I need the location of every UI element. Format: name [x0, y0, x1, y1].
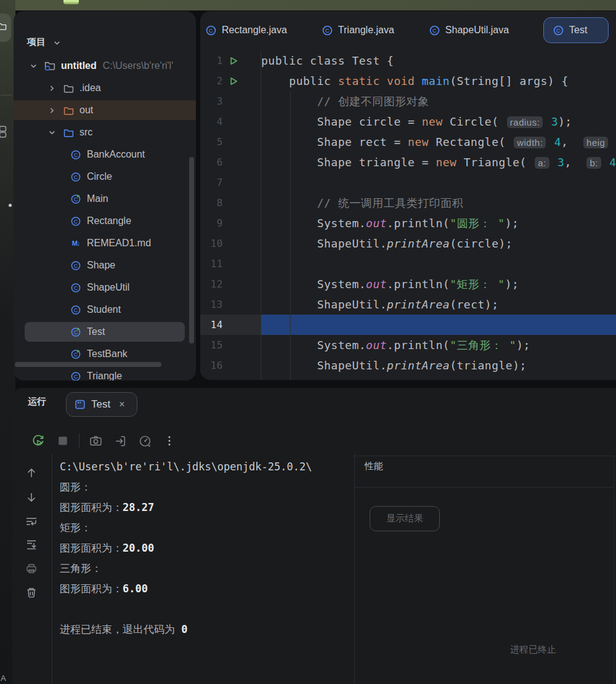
run-toolbar	[26, 430, 182, 452]
tree-item-bankaccount[interactable]: CBankAccount	[14, 143, 196, 166]
app-logo-icon	[63, 0, 79, 4]
code-line-6[interactable]: 6 Shape triangle = new Triangle( a: 3, b…	[200, 152, 616, 172]
gauge-icon[interactable]	[132, 435, 157, 448]
svg-text:C: C	[74, 151, 78, 158]
class-icon: C	[70, 149, 81, 160]
tree-item-label: .idea	[79, 82, 101, 94]
editor-tab-triangle-java[interactable]: CTriangle.java	[322, 25, 394, 36]
code-line-14[interactable]: 14	[200, 315, 616, 335]
code-line-16[interactable]: 16 ShapeUtil.printArea(triangle);	[200, 355, 616, 376]
code-line-3[interactable]: 3 // 创建不同图形对象	[200, 91, 616, 111]
tree-item-label: Shape	[87, 260, 115, 271]
chevron-down-icon[interactable]	[53, 38, 61, 49]
class-icon: C	[553, 25, 564, 36]
notification-dot	[9, 204, 12, 207]
console-splitter[interactable]	[354, 454, 355, 684]
code-line-5[interactable]: 5 Shape rect = new Rectangle( width: 4, …	[200, 132, 616, 152]
project-toolwindow-button[interactable]	[0, 14, 11, 42]
tree-item-circle[interactable]: CCircle	[14, 166, 196, 188]
perf-panel-border	[355, 456, 614, 456]
console-line: 矩形：	[60, 518, 354, 538]
chevron-right-icon[interactable]	[46, 82, 57, 94]
chevron-down-icon[interactable]	[28, 60, 39, 71]
console-output[interactable]: C:\Users\b're'ri'l\.jdks\openjdk-25.0.2\…	[60, 457, 354, 684]
camera-icon[interactable]	[83, 435, 108, 448]
scrollend-icon[interactable]	[25, 538, 38, 552]
svg-text:C: C	[74, 218, 78, 224]
code-line-12[interactable]: 12 System.out.println("矩形： ");	[200, 274, 616, 294]
structure-toolwindow-button[interactable]	[0, 125, 9, 141]
tree-item-student[interactable]: CStudent	[14, 299, 196, 321]
tree-item-main[interactable]: CMain	[14, 188, 196, 210]
vertical-scrollbar[interactable]	[189, 157, 194, 344]
up-icon[interactable]	[25, 467, 38, 479]
run-panel: 运行 Test × C:\Users\b're'ri'l\.jdks\openj…	[12, 388, 616, 684]
tree-item-test[interactable]: CTest	[14, 321, 196, 343]
code-line-2[interactable]: 2 public static void main(String[] args)…	[200, 71, 616, 91]
console-line	[60, 599, 354, 619]
class-run-icon: C	[70, 348, 81, 360]
class-run-icon: C	[70, 193, 81, 204]
tree-item-untitled[interactable]: untitledC:\Users\b're'ri'l'	[14, 55, 196, 77]
kebab-icon[interactable]	[157, 435, 182, 447]
code-line-15[interactable]: 15 System.out.println("三角形： ");	[200, 335, 616, 355]
softwrap-icon[interactable]	[25, 515, 38, 528]
tree-item-src[interactable]: src	[14, 121, 196, 143]
show-results-button[interactable]: 显示结果	[370, 506, 440, 531]
chevron-down-icon[interactable]	[46, 127, 57, 138]
rerun-icon[interactable]	[26, 434, 51, 448]
trash-icon[interactable]	[25, 586, 38, 599]
tree-item-shape[interactable]: CShape	[14, 254, 196, 276]
tree-item-shapeutil[interactable]: CShapeUtil	[14, 276, 196, 299]
tree-item-remead1-md[interactable]: M↓REMEAD1.md	[14, 232, 196, 254]
chevron-right-icon[interactable]	[46, 105, 57, 116]
line-number: 15	[200, 339, 223, 351]
run-tab-test[interactable]: Test ×	[66, 392, 137, 417]
code-line-13[interactable]: 13 ShapeUtil.printArea(rect);	[200, 294, 616, 315]
tree-item-rectangle[interactable]: CRectangle	[14, 210, 196, 232]
run-line-icon[interactable]	[223, 57, 244, 65]
code-text: public class Test {	[244, 54, 394, 67]
tree-item-label: TestBank	[87, 348, 128, 360]
code-line-10[interactable]: 10 ShapeUtil.printArea(circle);	[200, 233, 616, 254]
code-text: // 创建不同图形对象	[244, 94, 429, 109]
class-icon: C	[70, 215, 81, 227]
tree-item-out[interactable]: out	[14, 99, 196, 121]
folder-icon	[63, 82, 74, 94]
editor-tab-shapeutil-java[interactable]: CShapeUtil.java	[429, 25, 509, 36]
run-line-icon[interactable]	[223, 77, 244, 86]
code-line-1[interactable]: 1public class Test {	[200, 50, 616, 71]
line-number: 16	[200, 360, 223, 371]
line-number: 1	[200, 55, 223, 66]
code-line-4[interactable]: 4 Shape circle = new Circle( radius: 3);	[200, 111, 616, 132]
console-line: 三角形：	[60, 558, 354, 579]
editor-tab-rectangle-java[interactable]: CRectangle.java	[205, 25, 287, 36]
close-icon[interactable]: ×	[119, 399, 124, 410]
tree-item--idea[interactable]: .idea	[14, 77, 196, 99]
folder-icon	[0, 22, 7, 31]
line-number: 4	[200, 116, 223, 127]
printer-icon[interactable]	[25, 562, 38, 575]
code-line-8[interactable]: 8 // 统一调用工具类打印面积	[200, 193, 616, 213]
console-line: C:\Users\b're'ri'l\.jdks\openjdk-25.0.2\	[60, 457, 354, 477]
code-text: public static void main(String[] args) {	[244, 74, 569, 87]
folder-orange-icon	[63, 105, 74, 116]
code-editor[interactable]: 1public class Test {2 public static void…	[200, 50, 616, 380]
horizontal-scrollbar[interactable]	[15, 362, 161, 367]
editor-tab-test[interactable]: CTest	[543, 17, 609, 43]
down-icon[interactable]	[25, 491, 38, 504]
line-number: 12	[200, 278, 223, 290]
code-text: // 统一调用工具类打印面积	[244, 196, 463, 211]
svg-text:C: C	[74, 307, 78, 313]
code-line-9[interactable]: 9 System.out.println("圆形： ");	[200, 213, 616, 233]
class-icon: C	[70, 282, 81, 293]
code-line-7[interactable]: 7	[200, 172, 616, 193]
console-line: 图形面积为：28.27	[60, 497, 354, 518]
tree-item-label: REMEAD1.md	[87, 238, 151, 249]
code-line-11[interactable]: 11	[200, 254, 616, 274]
stop-icon[interactable]	[51, 436, 75, 446]
tab-label: Test	[569, 25, 587, 36]
attach-icon[interactable]	[108, 435, 132, 448]
tree-item-triangle[interactable]: CTriangle	[14, 365, 196, 380]
console-line: 圆形：	[60, 477, 354, 497]
